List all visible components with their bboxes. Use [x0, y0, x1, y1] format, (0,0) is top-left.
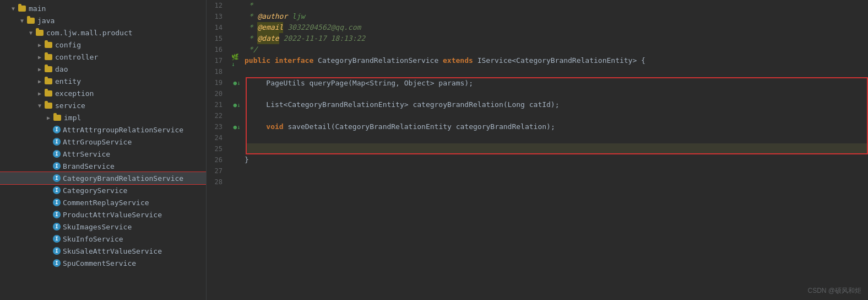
code-line-12: * [245, 0, 868, 11]
code-text: } [245, 154, 249, 165]
interface-icon: I [53, 126, 61, 133]
sidebar-item-SkuImagesService[interactable]: I SkuImagesService [0, 221, 206, 233]
arrow-dao [35, 66, 44, 72]
gutter-13 [231, 11, 242, 22]
folder-java-icon [26, 16, 35, 25]
code-classname: CategoryBrandRelationService [318, 55, 443, 66]
sidebar-item-SkuImagesService-label: SkuImagesService [63, 223, 132, 231]
sidebar-item-java-label: java [37, 17, 55, 25]
sidebar-item-BrandService[interactable]: I BrandService [0, 160, 206, 172]
interface-icon8: I [53, 211, 61, 218]
sidebar-item-CategoryService[interactable]: I CategoryService [0, 184, 206, 196]
interface-icon6: I [53, 186, 61, 194]
code-text: List<CategoryBrandRelationEntity> categr… [249, 99, 560, 110]
folder-package-icon [35, 28, 44, 37]
code-line-27 [245, 165, 868, 176]
sidebar-item-AttrService-label: AttrService [63, 150, 110, 158]
gutter-19: ●↓ [231, 77, 242, 88]
interface-icon7: I [53, 199, 61, 206]
sidebar-item-main-label: main [29, 4, 46, 13]
sidebar-item-entity[interactable]: entity [0, 75, 206, 87]
sidebar-item-BrandService-label: BrandService [63, 162, 115, 170]
code-text: 2022-11-17 18:13:22 [279, 33, 366, 44]
code-text: 3032204562@qq.com [283, 22, 361, 33]
sidebar-item-SkuInfoService-label: SkuInfoService [63, 235, 123, 243]
interface-icon12: I [53, 259, 61, 267]
sidebar-item-AttrService[interactable]: I AttrService [0, 148, 206, 160]
sidebar-item-AttrAttrgroupRelationService-label: AttrAttrgroupRelationService [63, 126, 183, 134]
code-line-16: */ [245, 44, 868, 55]
arrow-controller [35, 54, 44, 60]
folder-impl-icon [53, 113, 62, 122]
sidebar-item-AttrAttrgroupRelationService[interactable]: I AttrAttrgroupRelationService [0, 124, 206, 136]
sidebar-item-impl-label: impl [64, 114, 81, 122]
code-iservice: IService<CategoryBrandRelationEntity> { [478, 55, 645, 66]
sidebar-item-package-label: com.ljw.mall.product [46, 29, 133, 37]
sidebar-item-service-label: service [55, 101, 85, 110]
sidebar-item-CategoryBrandRelationService[interactable]: I CategoryBrandRelationService [0, 172, 206, 184]
watermark: CSDN @硕风和炬 [807, 286, 861, 296]
code-line-23: void saveDetail(CategoryBrandRelationEnt… [246, 121, 868, 132]
gutter-17: 🌿↓ [231, 55, 242, 66]
sidebar-item-AttrGroupService-label: AttrGroupService [63, 138, 132, 146]
sidebar-item-ProductAttrValueService[interactable]: I ProductAttrValueService [0, 208, 206, 221]
sidebar-item-package[interactable]: com.ljw.mall.product [0, 26, 206, 39]
code-line-15: * @date 2022-11-17 18:13:22 [245, 33, 868, 44]
sidebar-item-AttrGroupService[interactable]: I AttrGroupService [0, 136, 206, 148]
arrow-exception [35, 90, 44, 97]
code-keyword: public interface [245, 55, 318, 66]
arrow-main [9, 6, 18, 12]
arrow-config [35, 42, 44, 48]
gutter-27 [231, 165, 242, 176]
sidebar-item-controller[interactable]: controller [0, 51, 206, 63]
sidebar-item-exception[interactable]: exception [0, 87, 206, 99]
sidebar-item-SpuCommentService-label: SpuCommentService [63, 259, 136, 267]
code-text: * [245, 22, 257, 33]
gutter-24 [231, 132, 242, 143]
interface-icon4: I [53, 162, 61, 170]
code-area: 12 13 14 15 16 17 18 19 20 21 22 23 24 2… [207, 0, 868, 300]
code-line-22 [246, 110, 868, 121]
code-annotation-date: @date [257, 33, 279, 44]
folder-config-icon [44, 40, 53, 49]
sidebar-item-java[interactable]: java [0, 14, 206, 26]
gutter-12 [231, 0, 242, 11]
arrow-java [18, 18, 26, 24]
gutter-20 [231, 88, 242, 99]
sidebar-item-CommentReplayService[interactable]: I CommentReplayService [0, 196, 206, 208]
code-text: ljw [287, 11, 305, 22]
sidebar-item-main[interactable]: main [0, 2, 206, 14]
code-line-28 [245, 176, 868, 188]
gutter-14 [231, 22, 242, 33]
code-line-13: * @author ljw [245, 11, 868, 22]
sidebar-item-SkuSaleAttrValueService-label: SkuSaleAttrValueService [63, 247, 162, 255]
sidebar-item-SkuSaleAttrValueService[interactable]: I SkuSaleAttrValueService [0, 245, 206, 257]
code-line-26: } [245, 154, 868, 165]
folder-dao-icon [44, 65, 53, 73]
sidebar-item-service[interactable]: service [0, 99, 206, 111]
sidebar-item-config[interactable]: config [0, 39, 206, 51]
code-text: saveDetail(CategoryBrandRelationEntity c… [287, 121, 555, 132]
interface-icon9: I [53, 223, 61, 231]
code-line-25 [246, 143, 868, 154]
gutter-23: ●↓ [231, 121, 242, 132]
code-text: * [245, 0, 253, 11]
file-tree: main java com.ljw.mall.product config co… [0, 0, 207, 300]
code-line-18 [245, 66, 868, 77]
interface-icon3: I [53, 150, 61, 158]
arrow-package [26, 30, 35, 36]
sidebar-item-SkuInfoService[interactable]: I SkuInfoService [0, 233, 206, 245]
code-text: * [245, 33, 257, 44]
sidebar-item-impl[interactable]: impl [0, 111, 206, 124]
folder-main-icon [18, 4, 26, 13]
sidebar-item-controller-label: controller [55, 53, 98, 61]
line-numbers: 12 13 14 15 16 17 18 19 20 21 22 23 24 2… [207, 0, 231, 300]
code-annotation: @author [257, 11, 287, 22]
sidebar-item-exception-label: exception [55, 89, 94, 98]
sidebar-item-CategoryService-label: CategoryService [63, 186, 127, 195]
sidebar-item-dao[interactable]: dao [0, 63, 206, 75]
gutter-25 [231, 143, 242, 154]
code-keyword2: extends [443, 55, 478, 66]
gutter-26 [231, 154, 242, 165]
sidebar-item-SpuCommentService[interactable]: I SpuCommentService [0, 257, 206, 269]
